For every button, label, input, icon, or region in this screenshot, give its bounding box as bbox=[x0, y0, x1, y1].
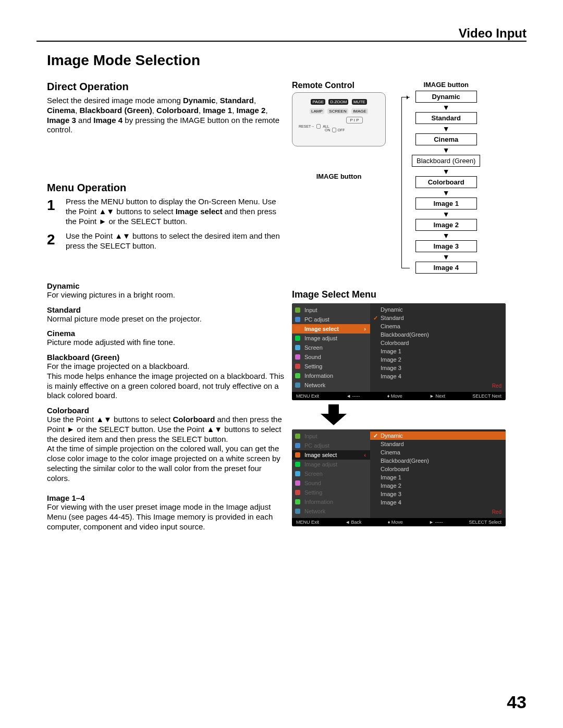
osd-right-item: Image 2 bbox=[370, 482, 506, 490]
osd-left-label: Network bbox=[304, 382, 325, 388]
osd-left-item: PC adjust bbox=[292, 441, 370, 450]
osd-right-item: Blackboard(Green) bbox=[370, 456, 506, 465]
osd-right-item: Dynamic bbox=[370, 431, 506, 440]
header-rule bbox=[36, 41, 527, 42]
remote-btn: PAGE bbox=[311, 99, 325, 105]
osd-right-item: Cinema bbox=[370, 322, 506, 330]
mode-title: Cinema bbox=[47, 329, 284, 338]
osd-left-item: Screen bbox=[292, 343, 370, 352]
menu-icon bbox=[295, 364, 300, 369]
osd-left-label: PC adjust bbox=[304, 442, 329, 449]
osd-left-item: Network bbox=[292, 507, 370, 516]
step-1: 1 Press the MENU button to display the O… bbox=[47, 197, 284, 226]
osd-left-item: Image adjust bbox=[292, 334, 370, 343]
down-arrow-icon: ▼ bbox=[443, 189, 450, 196]
osd-right-item: Image 1 bbox=[370, 347, 506, 355]
foot-select: SELECT Select bbox=[469, 520, 501, 525]
foot-select: SELECT Next bbox=[472, 393, 501, 399]
menu-icon bbox=[295, 434, 300, 439]
mode-title: Image 1–4 bbox=[47, 493, 284, 502]
remote-reset: RESET bbox=[299, 125, 311, 128]
mode-desc: For the image projected on a blackboard.… bbox=[47, 362, 284, 401]
menu-icon bbox=[295, 509, 300, 514]
osd-left-label: Setting bbox=[304, 363, 322, 369]
remote-btn: IMAGE bbox=[351, 108, 368, 114]
remote-caption: IMAGE button bbox=[292, 172, 386, 180]
osd-screenshot-1: InputPC adjustImage select›Image adjustS… bbox=[292, 303, 506, 400]
down-arrow-icon: ▼ bbox=[443, 146, 450, 154]
osd-right-item: Image 3 bbox=[370, 490, 506, 498]
flow-box: Image 1 bbox=[415, 198, 477, 209]
remote-btn: LAMP bbox=[310, 108, 324, 114]
osd-left-label: Image adjust bbox=[304, 335, 337, 341]
right-column: Remote Control PAGE D.ZOOM MUTE LAMP SCR… bbox=[292, 81, 521, 530]
osd-color-tag: Red bbox=[492, 383, 501, 389]
down-arrow-icon: ▼ bbox=[443, 232, 450, 239]
foot-exit: MENU Exit bbox=[296, 520, 319, 525]
menu-icon bbox=[295, 326, 300, 331]
osd-right-item: Dynamic bbox=[370, 305, 506, 314]
foot-next: ► Next bbox=[430, 393, 445, 399]
osd-right-item: Image 4 bbox=[370, 498, 506, 507]
osd-right-item: Colorboard bbox=[370, 339, 506, 347]
osd-right-item: Image 4 bbox=[370, 372, 506, 380]
menu-icon bbox=[295, 499, 300, 504]
osd-left-label: Setting bbox=[304, 489, 322, 496]
section-title: Video Input bbox=[459, 26, 527, 41]
menu-icon bbox=[295, 373, 300, 378]
remote-off: OFF bbox=[337, 128, 345, 132]
menu-icon bbox=[295, 452, 300, 458]
mode-image14: Image 1–4 For viewing with the user pres… bbox=[47, 493, 284, 532]
image-select-heading: Image Select Menu bbox=[292, 289, 521, 300]
remote-illustration: PAGE D.ZOOM MUTE LAMP SCREEN IMAGE P I P… bbox=[292, 92, 386, 146]
foot-exit: MENU Exit bbox=[296, 393, 319, 399]
flow-title: IMAGE button bbox=[412, 81, 480, 89]
menu-icon bbox=[295, 354, 300, 360]
mode-dynamic: Dynamic For viewing pictures in a bright… bbox=[47, 281, 284, 300]
menu-icon bbox=[295, 345, 300, 350]
mode-desc: For viewing pictures in a bright room. bbox=[47, 290, 284, 300]
down-arrow-icon: ▼ bbox=[443, 104, 450, 111]
osd-right-item: Standard bbox=[370, 314, 506, 322]
chevron-icon: › bbox=[364, 326, 366, 332]
osd-left-item: Sound bbox=[292, 352, 370, 362]
menu-icon bbox=[295, 490, 300, 495]
osd-right-item: Image 3 bbox=[370, 364, 506, 372]
menu-icon bbox=[295, 443, 300, 448]
flow-box: Image 3 bbox=[415, 240, 477, 252]
remote-btn: MUTE bbox=[352, 99, 367, 105]
mode-colorboard: Colorboard Use the Point ▲▼ buttons to s… bbox=[47, 406, 284, 483]
manual-page: Video Input Image Mode Selection Direct … bbox=[0, 0, 563, 728]
mode-desc: Use the Point ▲▼ buttons to select Color… bbox=[47, 415, 284, 483]
osd-right-item: Cinema bbox=[370, 448, 506, 456]
mode-title: Dynamic bbox=[47, 281, 284, 290]
osd-left-item: Screen bbox=[292, 469, 370, 478]
foot-next: ► ----- bbox=[429, 520, 443, 525]
menu-icon bbox=[295, 462, 300, 467]
osd-left-item: Image select› bbox=[292, 324, 370, 334]
osd-left-item: Image select‹ bbox=[292, 450, 370, 460]
osd-left-label: Sound bbox=[304, 354, 321, 360]
menu-op-heading: Menu Operation bbox=[47, 182, 284, 194]
osd-left-label: Information bbox=[304, 499, 333, 505]
menu-icon bbox=[295, 480, 300, 486]
down-arrow-icon: ▼ bbox=[443, 125, 450, 132]
mode-title: Standard bbox=[47, 305, 284, 314]
menu-icon bbox=[295, 336, 300, 341]
remote-pip: P I P bbox=[346, 117, 362, 124]
flow-box: Image 2 bbox=[415, 219, 477, 231]
step-body: Press the MENU button to display the On-… bbox=[66, 197, 284, 226]
flow-box: Image 4 bbox=[415, 262, 477, 274]
flow-box: Cinema bbox=[415, 133, 477, 145]
osd-screenshot-2: InputPC adjustImage select‹Image adjustS… bbox=[292, 429, 506, 526]
osd-left-label: Sound bbox=[304, 480, 321, 486]
foot-back: ◄ Back bbox=[345, 520, 361, 525]
osd-left-item: Network bbox=[292, 380, 370, 390]
foot-back: ◄ ----- bbox=[346, 393, 360, 399]
osd-left-label: PC adjust bbox=[304, 316, 329, 323]
osd-footer: MENU Exit ◄ ----- ♦ Move ► Next SELECT N… bbox=[292, 392, 506, 400]
page-number: 43 bbox=[507, 692, 527, 712]
osd-left-label: Image adjust bbox=[304, 461, 337, 467]
mode-desc: Picture mode adjusted with fine tone. bbox=[47, 338, 284, 348]
remote-btn: SCREEN bbox=[327, 108, 348, 114]
